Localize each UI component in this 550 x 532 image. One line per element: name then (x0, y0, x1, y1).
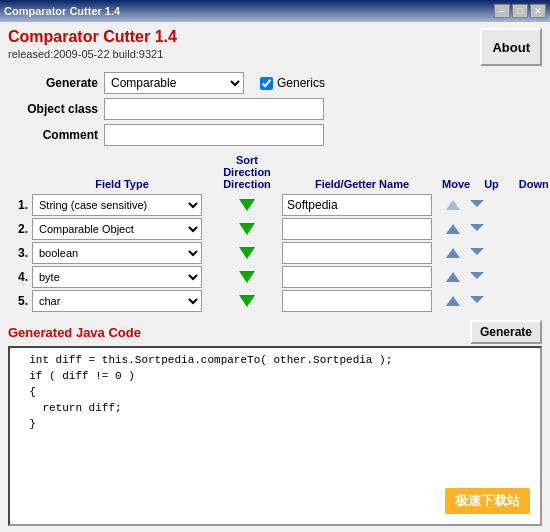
col-header-move: MoveUpDown (442, 178, 502, 190)
row-1-sort-icon[interactable] (212, 199, 282, 211)
code-section: Generated Java Code Generate int diff = … (8, 320, 542, 526)
comment-row: Comment Tested by Softpedia (8, 124, 542, 146)
main-content: Comparator Cutter 1.4 released:2009-05-2… (0, 22, 550, 532)
sort-direction-icon (239, 295, 255, 307)
object-class-input[interactable]: Softpedia (104, 98, 324, 120)
row-5-down-arrow (470, 296, 484, 303)
code-line-4: return diff; (16, 400, 534, 416)
sort-direction-icon (239, 247, 255, 259)
release-info: released:2009-05-22 build:9321 (8, 48, 177, 60)
row-3-move-down[interactable] (470, 248, 484, 258)
table-row: 2. Comparable Object (8, 218, 542, 240)
row-4-name-input[interactable] (282, 266, 432, 288)
sort-direction-icon (239, 271, 255, 283)
object-class-row: Object class Softpedia (8, 98, 542, 120)
generics-row: Generics (260, 76, 325, 90)
col-header-field-getter: Field/Getter Name (282, 178, 442, 190)
table-row: 4. byte (8, 266, 542, 288)
table-rows: 1. String (case sensitive) 2. (8, 194, 542, 312)
generated-header: Generated Java Code Generate (8, 320, 542, 344)
row-5-sort-icon[interactable] (212, 295, 282, 307)
window-title: Comparator Cutter 1.4 (4, 5, 120, 17)
table-header: Field Type Sort DirectionDirection Field… (8, 154, 542, 190)
comment-input[interactable]: Tested by Softpedia (104, 124, 324, 146)
row-num-5: 5. (8, 294, 32, 308)
row-5-name-input[interactable] (282, 290, 432, 312)
row-3-down-arrow (470, 248, 484, 255)
minimize-button[interactable]: – (494, 4, 510, 18)
field-table: Field Type Sort DirectionDirection Field… (8, 154, 542, 312)
row-1-move-up[interactable] (446, 200, 460, 210)
row-4-move-down[interactable] (470, 272, 484, 282)
title-bar: Comparator Cutter 1.4 – □ ✕ (0, 0, 550, 22)
app-title: Comparator Cutter 1.4 (8, 28, 177, 46)
header-row: Comparator Cutter 1.4 released:2009-05-2… (8, 28, 542, 66)
row-2-move-icons (442, 224, 502, 234)
generate-button[interactable]: Generate (470, 320, 542, 344)
row-num-3: 3. (8, 246, 32, 260)
generated-title: Generated Java Code (8, 325, 141, 340)
row-4-type-select[interactable]: byte (32, 266, 202, 288)
row-3-sort-icon[interactable] (212, 247, 282, 259)
row-num-4: 4. (8, 270, 32, 284)
row-2-type-select[interactable]: Comparable Object (32, 218, 202, 240)
row-5-type-select[interactable]: char (32, 290, 202, 312)
table-row: 1. String (case sensitive) (8, 194, 542, 216)
object-class-label: Object class (8, 102, 98, 116)
col-header-field-type: Field Type (32, 178, 212, 190)
row-2-move-up[interactable] (446, 224, 460, 234)
row-num-2: 2. (8, 222, 32, 236)
app-info: Comparator Cutter 1.4 released:2009-05-2… (8, 28, 177, 60)
comment-label: Comment (8, 128, 98, 142)
row-4-move-icons (442, 272, 502, 282)
code-area: int diff = this.Sortpedia.compareTo( oth… (8, 346, 542, 526)
row-2-name-input[interactable] (282, 218, 432, 240)
row-1-move-icons (442, 200, 502, 210)
row-4-down-arrow (470, 272, 484, 279)
row-3-move-icons (442, 248, 502, 258)
table-row: 5. char (8, 290, 542, 312)
row-1-down-arrow (470, 200, 484, 207)
generate-label: Generate (8, 76, 98, 90)
generics-label: Generics (277, 76, 325, 90)
maximize-button[interactable]: □ (512, 4, 528, 18)
row-5-move-icons (442, 296, 502, 306)
about-button[interactable]: About (480, 28, 542, 66)
window-controls: – □ ✕ (494, 4, 546, 18)
code-line-1: int diff = this.Sortpedia.compareTo( oth… (16, 352, 534, 368)
row-num-1: 1. (8, 198, 32, 212)
table-row: 3. boolean (8, 242, 542, 264)
watermark: 极速下载站 (445, 488, 530, 514)
row-2-sort-icon[interactable] (212, 223, 282, 235)
row-3-name-input[interactable] (282, 242, 432, 264)
sort-direction-icon (239, 223, 255, 235)
row-3-move-up[interactable] (446, 248, 460, 258)
row-1-move-down[interactable] (470, 200, 484, 210)
row-5-move-down[interactable] (470, 296, 484, 306)
row-4-move-up[interactable] (446, 272, 460, 282)
code-line-5: } (16, 416, 534, 432)
sort-direction-icon (239, 199, 255, 211)
code-line-2: if ( diff != 0 ) (16, 368, 534, 384)
code-line-3: { (16, 384, 534, 400)
generate-row: Generate Comparable Generics (8, 72, 542, 94)
row-1-name-input[interactable] (282, 194, 432, 216)
row-4-sort-icon[interactable] (212, 271, 282, 283)
row-1-type-select[interactable]: String (case sensitive) (32, 194, 202, 216)
row-2-down-arrow (470, 224, 484, 231)
row-3-type-select[interactable]: boolean (32, 242, 202, 264)
row-5-move-up[interactable] (446, 296, 460, 306)
row-2-move-down[interactable] (470, 224, 484, 234)
generate-select[interactable]: Comparable (104, 72, 244, 94)
generics-checkbox[interactable] (260, 77, 273, 90)
col-header-sort-direction: Sort DirectionDirection (212, 154, 282, 190)
close-button[interactable]: ✕ (530, 4, 546, 18)
form-section: Generate Comparable Generics Object clas… (8, 72, 542, 146)
